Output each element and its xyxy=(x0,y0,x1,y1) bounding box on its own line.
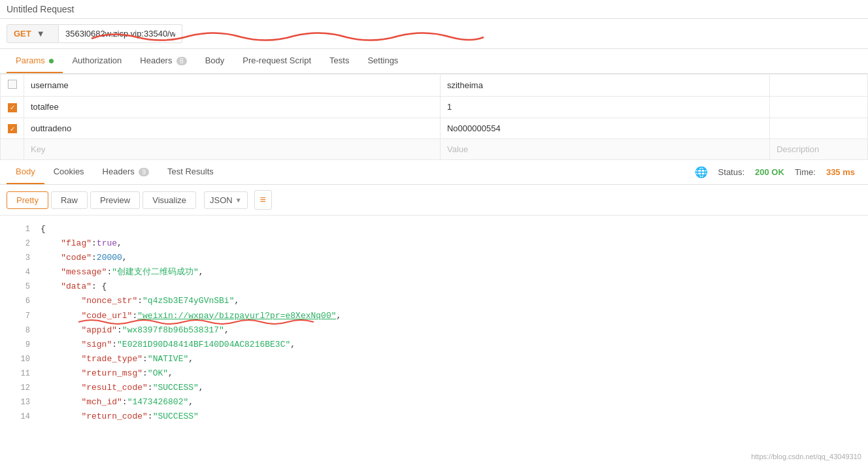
fmt-btn-pretty[interactable]: Pretty xyxy=(7,191,48,209)
fmt-btn-visualize[interactable]: Visualize xyxy=(142,191,196,209)
json-line-13: 13 "mch_id": "1473426802", xyxy=(0,395,868,410)
format-toolbar: Pretty Raw Preview Visualize JSON ▼ ≡ xyxy=(0,185,868,216)
key-username[interactable]: username xyxy=(24,74,441,97)
format-type-select[interactable]: JSON ▼ xyxy=(204,191,248,209)
json-line-11: 11 "return_msg": "OK", xyxy=(0,366,868,381)
table-row: ✓ totalfee 1 xyxy=(1,97,868,118)
desc-outtradeno[interactable] xyxy=(770,118,868,139)
method-arrow: ▼ xyxy=(37,29,45,39)
response-tabs-row: Body Cookies Headers 9 Test Results 🌐 St… xyxy=(0,160,868,185)
tab-authorization[interactable]: Authorization xyxy=(63,49,131,73)
json-line-3: 3 "code": 20000, xyxy=(0,251,868,265)
json-line-1: 1 { xyxy=(0,222,868,236)
url-input[interactable] xyxy=(59,24,182,43)
checkbox-totalfee[interactable]: ✓ xyxy=(8,103,17,112)
page-title: Untitled Request xyxy=(0,0,868,19)
tab-settings[interactable]: Settings xyxy=(358,49,407,73)
method-select[interactable]: GET ▼ xyxy=(7,24,59,43)
key-placeholder[interactable]: Key xyxy=(24,139,441,160)
csdn-watermark: https://blog.csdn.net/qq_43049310 xyxy=(751,453,861,460)
resp-headers-badge: 9 xyxy=(139,168,149,176)
value-outtradeno[interactable]: No000000554 xyxy=(440,118,769,139)
resp-tab-body[interactable]: Body xyxy=(7,160,44,184)
method-label: GET xyxy=(14,29,31,39)
desc-placeholder: Description xyxy=(770,139,868,160)
value-username[interactable]: szitheima xyxy=(440,74,769,97)
format-type-label: JSON xyxy=(210,195,233,205)
desc-totalfee[interactable] xyxy=(770,97,868,118)
table-row: ✓ outtradeno No000000554 xyxy=(1,118,868,139)
params-dot xyxy=(49,59,54,63)
resp-tab-headers[interactable]: Headers 9 xyxy=(93,160,158,184)
json-body: 1 { 2 "flag": true, 3 "code": 20000, 4 "… xyxy=(0,216,868,430)
checkbox-outtradeno[interactable]: ✓ xyxy=(8,124,17,133)
json-line-10: 10 "trade_type": "NATIVE", xyxy=(0,352,868,366)
tab-pre-request[interactable]: Pre-request Script xyxy=(233,49,320,73)
json-line-5: 5 "data": { xyxy=(0,280,868,294)
fmt-btn-preview[interactable]: Preview xyxy=(90,191,140,209)
json-line-7: 7 "code_url": "weixin://wxpay/bizpayurl?… xyxy=(0,309,868,323)
headers-badge: 8 xyxy=(176,57,187,65)
request-tabs: Params Authorization Headers 8 Body Pre-… xyxy=(0,49,868,74)
json-line-9: 9 "sign": "E0281D90D48414BF140D04AC8216B… xyxy=(0,338,868,352)
tab-tests[interactable]: Tests xyxy=(320,49,358,73)
response-status: 🌐 Status: 200 OK Time: 335 ms xyxy=(695,166,861,178)
response-tabs-left: Body Cookies Headers 9 Test Results xyxy=(7,160,223,184)
value-totalfee[interactable]: 1 xyxy=(440,97,769,118)
status-value: 200 OK xyxy=(755,167,784,177)
wrap-button[interactable]: ≡ xyxy=(254,190,272,210)
params-table: username szitheima ✓ totalfee 1 ✓ xyxy=(0,74,868,160)
tab-body[interactable]: Body xyxy=(196,49,234,73)
tab-params[interactable]: Params xyxy=(7,49,63,73)
fmt-btn-raw[interactable]: Raw xyxy=(51,191,88,209)
json-line-14: 14 "return_code": "SUCCESS" xyxy=(0,410,868,424)
key-totalfee[interactable]: totalfee xyxy=(24,97,441,118)
value-placeholder[interactable]: Value xyxy=(440,139,769,160)
json-line-2: 2 "flag": true, xyxy=(0,236,868,251)
code-url-link[interactable]: "weixin://wxpay/bizpayurl?pr=e8XexNq00" xyxy=(137,309,336,323)
resp-tab-test-results[interactable]: Test Results xyxy=(158,160,223,184)
json-line-4: 4 "message": "创建支付二维码成功", xyxy=(0,265,868,280)
tab-headers[interactable]: Headers 8 xyxy=(131,49,195,73)
time-value: 335 ms xyxy=(826,167,855,177)
url-wrapper xyxy=(59,24,861,43)
globe-icon: 🌐 xyxy=(695,166,708,178)
checkbox-username[interactable] xyxy=(8,80,17,89)
url-bar-row: GET ▼ xyxy=(0,19,868,49)
format-type-arrow: ▼ xyxy=(235,197,242,204)
json-line-12: 12 "result_code": "SUCCESS", xyxy=(0,381,868,395)
key-outtradeno[interactable]: outtradeno xyxy=(24,118,441,139)
table-row: username szitheima xyxy=(1,74,868,97)
json-line-8: 8 "appid": "wx8397f8b96b538317", xyxy=(0,323,868,338)
table-row-empty: Key Value Description xyxy=(1,139,868,160)
resp-tab-cookies[interactable]: Cookies xyxy=(44,160,93,184)
json-line-6: 6 "nonce_str": "q4zSb3E74yGVnSBi", xyxy=(0,294,868,308)
desc-username[interactable] xyxy=(770,74,868,97)
